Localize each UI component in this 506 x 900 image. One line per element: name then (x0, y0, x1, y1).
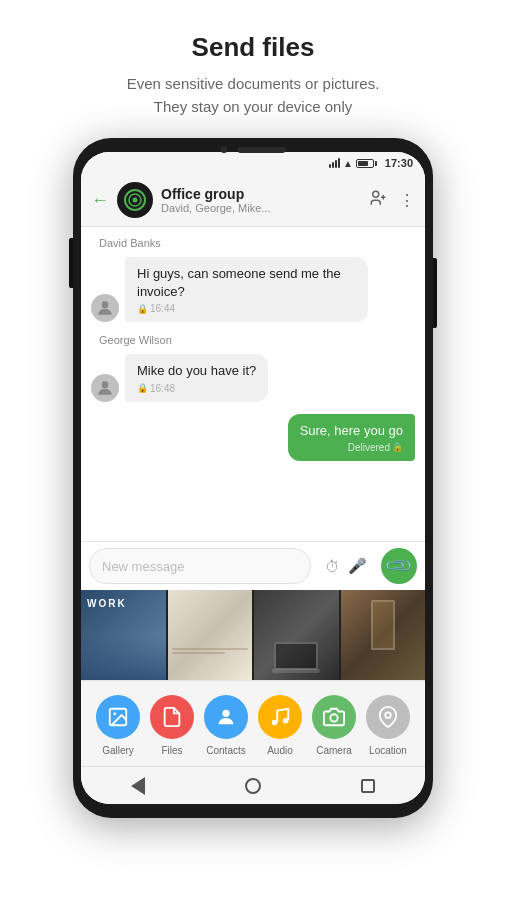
message-text-sent: Sure, here you go (300, 422, 403, 440)
gallery-item-3[interactable] (254, 590, 339, 680)
files-icon-bg (150, 695, 194, 739)
lock-icon-2: 🔒 (137, 383, 148, 393)
main-title: Send files (127, 32, 380, 63)
recents-nav-icon (361, 779, 375, 793)
gallery-room-lines (168, 644, 253, 680)
message-bubble-sent: Sure, here you go Delivered 🔒 (288, 414, 415, 461)
svg-point-9 (113, 712, 116, 715)
location-label: Location (369, 745, 407, 756)
chat-members: David, George, Mike... (161, 202, 361, 214)
input-placeholder: New message (102, 559, 184, 574)
gallery-item-1[interactable]: WORK (81, 590, 166, 680)
attachment-option-files[interactable]: Files (150, 695, 194, 756)
gallery-item-2[interactable] (168, 590, 253, 680)
message-text-2: Mike do you have it? (137, 362, 256, 380)
gallery-label: Gallery (102, 745, 134, 756)
attachment-option-gallery[interactable]: Gallery (96, 695, 140, 756)
svg-point-3 (373, 191, 379, 197)
attachment-option-location[interactable]: Location (366, 695, 410, 756)
home-nav-button[interactable] (241, 774, 265, 798)
sent-message-container: Sure, here you go Delivered 🔒 (91, 414, 415, 461)
timer-icon[interactable]: ⏱ (325, 558, 340, 575)
lock-icon-sent: 🔒 (392, 442, 403, 452)
attachment-option-audio[interactable]: Audio (258, 695, 302, 756)
message-status: Delivered 🔒 (300, 442, 403, 453)
svg-point-14 (385, 712, 391, 718)
audio-icon-bg (258, 695, 302, 739)
message-text-1: Hi guys, can someone send me the invoice… (137, 265, 356, 301)
message-sender-1: David Banks (99, 237, 415, 249)
signal-icon (329, 158, 340, 168)
recents-nav-button[interactable] (356, 774, 380, 798)
header-actions: ⋮ (369, 189, 415, 211)
gallery-text-work: WORK (87, 598, 127, 609)
files-label: Files (161, 745, 182, 756)
contacts-icon-bg (204, 695, 248, 739)
message-time-2: 🔒 16:48 (137, 383, 256, 394)
svg-point-13 (330, 714, 337, 721)
messages-area[interactable]: David Banks Hi guys, can someone send me… (81, 227, 425, 541)
svg-point-7 (102, 381, 109, 388)
message-bubble-2: Mike do you have it? 🔒 16:48 (125, 354, 268, 401)
phone-screen: ▲ 17:30 ← Of (81, 152, 425, 804)
phone-frame: ▲ 17:30 ← Of (73, 138, 433, 818)
gallery-item-4[interactable] (341, 590, 426, 680)
speaker (238, 147, 286, 153)
back-button[interactable]: ← (91, 190, 109, 211)
gallery-icon-bg (96, 695, 140, 739)
svg-point-6 (102, 302, 109, 309)
camera-label: Camera (316, 745, 352, 756)
status-time: 17:30 (385, 157, 413, 169)
svg-point-12 (283, 718, 289, 724)
attachment-option-contacts[interactable]: Contacts (204, 695, 248, 756)
svg-point-10 (222, 710, 229, 717)
status-icons: ▲ (329, 158, 377, 169)
avatar-david (91, 294, 119, 322)
message-input-field[interactable]: New message (89, 548, 311, 584)
phone-camera-area (221, 146, 286, 153)
location-icon-bg (366, 695, 410, 739)
avatar-george (91, 374, 119, 402)
contacts-label: Contacts (206, 745, 245, 756)
header-section: Send files Even sensitive documents or p… (87, 0, 420, 138)
group-avatar (117, 182, 153, 218)
more-menu-button[interactable]: ⋮ (399, 191, 415, 210)
message-sender-2: George Wilson (99, 334, 415, 346)
input-bar: New message ⏱ 🎤 📎 (81, 541, 425, 590)
svg-point-11 (272, 720, 278, 726)
phone-nav-bar (81, 766, 425, 804)
gallery-laptop-shape (274, 642, 318, 670)
front-camera (221, 146, 228, 153)
audio-label: Audio (267, 745, 293, 756)
subtitle: Even sensitive documents or pictures.The… (127, 73, 380, 118)
attach-button[interactable]: 📎 (381, 548, 417, 584)
gallery-door-shape (371, 600, 395, 650)
wifi-icon: ▲ (343, 158, 353, 169)
message-row-2: Mike do you have it? 🔒 16:48 (91, 354, 415, 401)
chat-header-info: Office group David, George, Mike... (161, 186, 361, 214)
message-bubble-1: Hi guys, can someone send me the invoice… (125, 257, 368, 322)
svg-point-2 (133, 198, 138, 203)
message-row-1: Hi guys, can someone send me the invoice… (91, 257, 415, 322)
camera-icon-bg (312, 695, 356, 739)
gallery-strip: WORK (81, 590, 425, 680)
home-nav-icon (245, 778, 261, 794)
battery-icon (356, 159, 377, 168)
gallery-blue-shape (81, 635, 166, 680)
input-icons: ⏱ 🎤 (317, 557, 375, 575)
chat-header: ← Office group David, George, Mike... (81, 174, 425, 227)
mic-icon[interactable]: 🎤 (348, 557, 367, 575)
back-nav-button[interactable] (126, 774, 150, 798)
lock-icon-1: 🔒 (137, 304, 148, 314)
attachment-option-camera[interactable]: Camera (312, 695, 356, 756)
back-nav-icon (131, 777, 145, 795)
add-member-button[interactable] (369, 189, 387, 211)
chat-title: Office group (161, 186, 361, 202)
paperclip-icon: 📎 (383, 550, 414, 581)
attachment-menu: Gallery Files Contacts (81, 680, 425, 766)
status-bar: ▲ 17:30 (81, 152, 425, 174)
message-time-1: 🔒 16:44 (137, 303, 356, 314)
